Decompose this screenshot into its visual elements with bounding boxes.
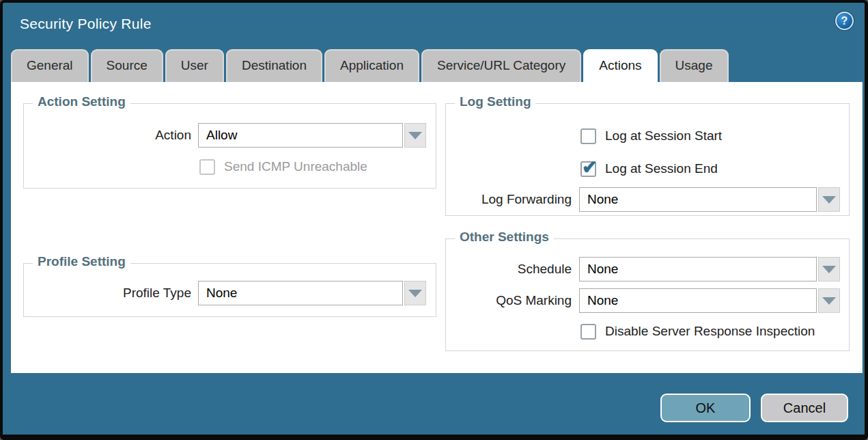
- ok-button[interactable]: OK: [660, 394, 751, 422]
- tab-user[interactable]: User: [165, 49, 224, 82]
- qos-marking-label: QoS Marking: [446, 293, 572, 308]
- action-label: Action: [24, 128, 191, 143]
- log-setting-group: Log Setting Log at Session Start Log at …: [445, 103, 850, 216]
- qos-marking-dropdown-button[interactable]: [818, 288, 840, 313]
- action-dropdown[interactable]: Allow: [198, 123, 426, 148]
- action-setting-group: Action Setting Action Allow Send ICMP Un…: [23, 103, 436, 189]
- chevron-down-icon: [822, 297, 836, 305]
- profile-type-dropdown[interactable]: None: [198, 281, 426, 305]
- profile-type-label: Profile Type: [24, 286, 191, 301]
- log-forwarding-dropdown[interactable]: None: [579, 187, 840, 212]
- disable-server-response-inspection-checkbox[interactable]: [580, 324, 596, 340]
- disable-server-response-inspection-label: Disable Server Response Inspection: [605, 324, 815, 339]
- send-icmp-unreachable-label: Send ICMP Unreachable: [224, 159, 367, 174]
- tab-service-url-category[interactable]: Service/URL Category: [421, 49, 581, 82]
- chevron-down-icon: [822, 266, 836, 273]
- schedule-dropdown-button[interactable]: [818, 257, 840, 281]
- qos-marking-dropdown[interactable]: None: [579, 288, 840, 313]
- log-at-session-start-checkbox[interactable]: [580, 128, 596, 144]
- tab-general[interactable]: General: [11, 49, 89, 82]
- log-session-start-row: Log at Session Start: [580, 127, 722, 145]
- tab-application[interactable]: Application: [324, 49, 419, 82]
- send-icmp-unreachable-checkbox: [199, 159, 215, 175]
- log-at-session-end-checkbox[interactable]: [580, 161, 596, 177]
- profile-type-dropdown-value[interactable]: None: [198, 281, 403, 305]
- log-session-end-row: Log at Session End: [580, 160, 718, 178]
- dialog-title: Security Policy Rule: [20, 16, 152, 32]
- actions-tab-panel: Action Setting Action Allow Send ICMP Un…: [11, 82, 863, 373]
- profile-type-dropdown-button[interactable]: [404, 281, 426, 305]
- log-forwarding-dropdown-value[interactable]: None: [579, 187, 817, 212]
- chevron-down-icon: [822, 196, 836, 204]
- dsri-row: Disable Server Response Inspection: [580, 322, 815, 340]
- other-settings-group: Other Settings Schedule None QoS Marking…: [445, 238, 850, 351]
- tab-actions[interactable]: Actions: [583, 49, 657, 82]
- log-at-session-start-label: Log at Session Start: [605, 128, 722, 143]
- profile-setting-legend: Profile Setting: [33, 254, 130, 269]
- schedule-label: Schedule: [446, 262, 572, 277]
- schedule-dropdown-value[interactable]: None: [579, 257, 817, 281]
- security-policy-rule-dialog: Security Policy Rule ? General Source Us…: [0, 0, 868, 440]
- log-setting-legend: Log Setting: [455, 94, 535, 109]
- tab-source[interactable]: Source: [91, 49, 163, 82]
- send-icmp-unreachable-row: Send ICMP Unreachable: [199, 158, 367, 176]
- log-forwarding-label: Log Forwarding: [446, 192, 572, 207]
- tab-usage[interactable]: Usage: [660, 49, 729, 82]
- chevron-down-icon: [408, 290, 422, 297]
- action-dropdown-value[interactable]: Allow: [198, 123, 403, 148]
- chevron-down-icon: [408, 132, 422, 139]
- help-icon[interactable]: ?: [835, 12, 854, 30]
- other-settings-legend: Other Settings: [455, 230, 554, 245]
- log-forwarding-dropdown-button[interactable]: [818, 187, 840, 212]
- qos-marking-dropdown-value[interactable]: None: [579, 288, 817, 313]
- action-setting-legend: Action Setting: [33, 94, 130, 109]
- tab-strip: General Source User Destination Applicat…: [11, 49, 729, 82]
- profile-setting-group: Profile Setting Profile Type None: [23, 263, 436, 317]
- tab-destination[interactable]: Destination: [226, 49, 322, 82]
- cancel-button[interactable]: Cancel: [761, 394, 848, 422]
- schedule-dropdown[interactable]: None: [579, 257, 840, 281]
- action-dropdown-button[interactable]: [404, 123, 426, 148]
- log-at-session-end-label: Log at Session End: [605, 161, 718, 176]
